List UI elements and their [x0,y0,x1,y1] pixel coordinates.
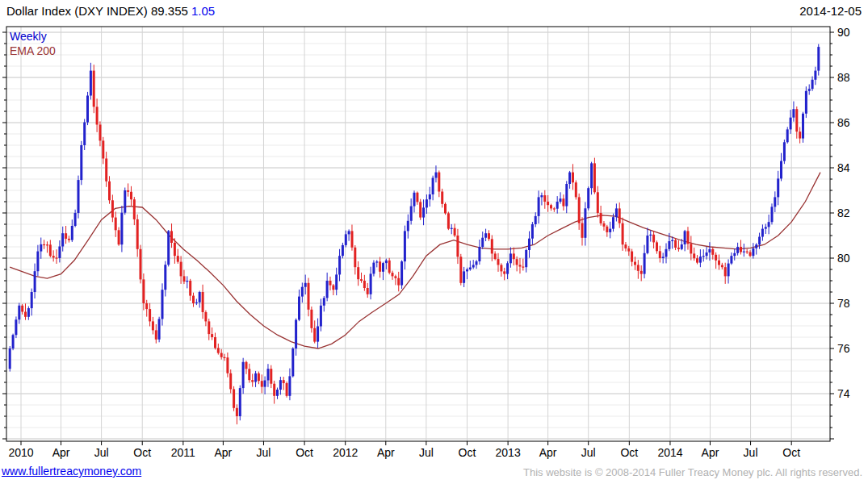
x-axis-label: Jul [94,446,109,459]
candle-body [298,297,300,320]
candle-body [609,229,611,232]
candle-body [367,288,369,294]
candle-body [308,283,310,310]
candle-body [93,71,95,107]
candle-body [416,193,418,202]
candle-body [693,253,695,258]
candle-body [354,248,356,267]
candle-body [451,228,453,229]
candle-body [456,236,459,257]
candle-body [304,283,307,287]
candle-body [622,223,624,245]
candle-body [317,327,319,342]
candle-body [248,369,250,380]
candle-body [351,231,354,247]
candle-body [565,184,568,207]
candle-body [562,198,564,206]
candle-body [631,252,633,262]
candle-body [258,373,260,381]
candle-body [795,109,798,131]
candle-body [65,233,67,239]
candle-body [58,247,61,259]
candle-body [528,239,530,250]
candle-body [152,321,154,330]
candle-body [597,192,599,213]
candle-body [553,208,556,209]
candle-body [581,223,584,238]
candle-body [560,198,562,202]
candle-body [115,218,117,231]
candle-body [805,91,807,114]
candle-body [500,265,502,271]
candle-body [242,362,245,388]
candle-body [637,265,639,270]
x-axis-label: Apr [214,446,232,459]
candle-body [279,380,282,390]
candle-body [208,321,210,334]
candle-body [68,239,70,240]
candle-body [556,202,559,209]
y-axis-label: 80 [837,252,850,265]
candle-body [752,248,754,256]
website-link[interactable]: www.fullertreacymoney.com [2,465,141,478]
candle-body [291,348,294,376]
candle-body [640,271,643,274]
y-axis-label: 76 [837,342,850,355]
candle-body [463,271,465,282]
candle-body [774,197,776,207]
candle-body [799,131,801,138]
candle-body [204,312,207,321]
candle-body [375,261,378,262]
candle-body [808,89,811,91]
candle-body [199,292,201,302]
candle-body [283,380,285,383]
candle-body [301,287,304,297]
candle-body [251,380,254,382]
candle-body [690,244,692,253]
candle-body [161,290,164,319]
candle-body [388,261,391,273]
candle-body [540,195,543,197]
candle-body [34,271,36,292]
x-axis-label: Oct [782,446,800,459]
candle-body [615,208,618,217]
candle-body [71,226,73,240]
x-axis-label: Oct [459,446,476,459]
candle-body [105,159,107,182]
candle-body [656,242,658,251]
candle-body [478,247,480,261]
candle-body [699,257,702,263]
candle-body [649,235,652,236]
candle-body [15,319,17,335]
candle-body [407,221,409,232]
candle-body [696,258,698,262]
candle-body [426,199,428,207]
candle-body [40,244,42,252]
candle-body [229,373,232,390]
x-axis-label: Jul [744,446,758,459]
candle-body [118,230,120,244]
price-chart[interactable]: 7476788082848688902010AprJulOct2011AprJu… [0,0,868,484]
candle-body [189,281,191,296]
candle-body [811,80,814,89]
candle-body [323,298,325,306]
y-axis-label: 86 [837,116,850,129]
candle-body [397,278,400,286]
candle-body [127,190,129,192]
candle-body [715,255,717,261]
candle-body [332,286,334,290]
copyright-text: This website is © 2008-2014 Fuller Treac… [523,466,862,478]
candle-body [142,279,145,303]
candle-body [80,145,82,180]
candle-body [177,256,179,261]
candle-body [687,231,690,244]
x-axis-label: Oct [133,446,151,459]
y-axis-label: 84 [837,161,850,174]
candle-body [46,244,48,245]
candle-body [572,173,574,183]
candle-body [385,261,388,263]
candle-body [111,200,114,217]
candle-body [612,217,614,228]
candles [9,44,820,424]
candle-body [730,256,732,263]
